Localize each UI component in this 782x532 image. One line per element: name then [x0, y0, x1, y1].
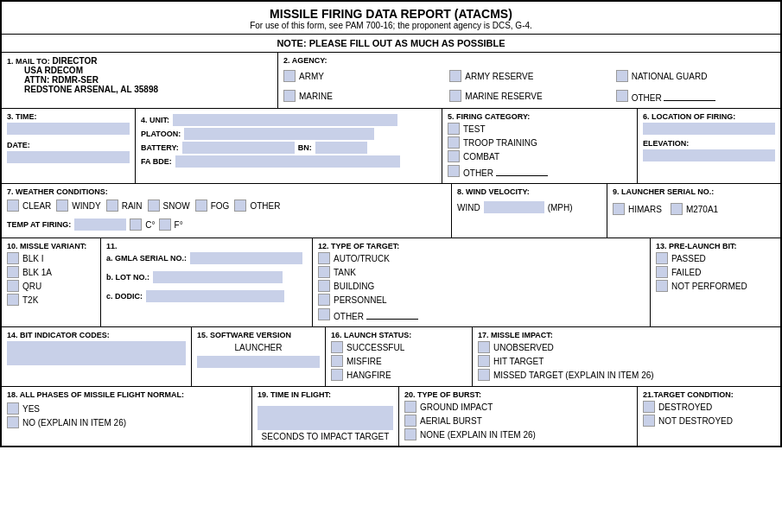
checkbox-himars[interactable]: [613, 203, 625, 215]
personnel-label: PERSONNEL: [334, 295, 387, 305]
date-input[interactable]: [7, 151, 130, 163]
checkbox-blk1a[interactable]: [7, 266, 19, 278]
agency-army-reserve: ARMY RESERVE: [449, 70, 608, 82]
checkbox-misfire[interactable]: [331, 355, 343, 367]
wind-input[interactable]: [484, 201, 544, 213]
checkbox-hit-target[interactable]: [478, 355, 490, 367]
checkbox-successful[interactable]: [331, 341, 343, 353]
row-time-unit: 3. TIME: DATE: 4. UNIT: PLATOON: BATTERY…: [2, 109, 780, 184]
section14-label: 14. BIT INDICATOR CODES:: [7, 331, 186, 339]
checkbox-m270a1[interactable]: [671, 203, 683, 215]
checkbox-marine[interactable]: [283, 90, 296, 102]
checkbox-combat[interactable]: [448, 150, 460, 162]
checkbox-fahrenheit[interactable]: [159, 218, 171, 231]
burst-ground: GROUND IMPACT: [404, 401, 632, 413]
note-text: NOTE: PLEASE FILL OUT AS MUCH AS POSSIBL…: [277, 38, 505, 48]
weather-fog: FOG: [195, 200, 230, 212]
section16-label: 16. LAUNCH STATUS:: [331, 331, 467, 339]
weather-windy-label: WINDY: [72, 201, 100, 211]
section-bit: 14. BIT INDICATOR CODES:: [2, 327, 192, 386]
checkbox-failed[interactable]: [656, 266, 668, 278]
checkbox-celsius[interactable]: [130, 218, 142, 231]
checkbox-hangfire[interactable]: [331, 369, 343, 381]
checkbox-blk1[interactable]: [7, 252, 19, 264]
gmla-input[interactable]: [190, 252, 302, 264]
checkbox-marine-reserve[interactable]: [449, 90, 461, 102]
section12-label: 12. TYPE OF TARGET:: [318, 242, 645, 250]
section-category: 5. FIRING CATEGORY: TEST TROOP TRAINING …: [442, 109, 638, 183]
agency-marine-label: MARINE: [299, 92, 333, 101]
time-input[interactable]: [7, 123, 130, 135]
building-label: BUILDING: [334, 282, 374, 291]
software-input[interactable]: [197, 356, 320, 368]
checkbox-not-performed[interactable]: [656, 280, 668, 292]
agency-marine-reserve: MARINE RESERVE: [449, 89, 608, 103]
battery-input[interactable]: [182, 142, 295, 154]
checkbox-snow[interactable]: [148, 200, 160, 212]
form-wrapper: MISSILE FIRING DATA REPORT (ATACMS) For …: [0, 0, 782, 447]
cat-test: TEST: [448, 123, 632, 135]
checkbox-troop[interactable]: [448, 136, 460, 149]
dodic-input[interactable]: [146, 290, 284, 302]
section1-label: 1. MAIL TO:: [7, 57, 50, 66]
section-software: 15. SOFTWARE VERSION LAUNCHER: [192, 327, 326, 386]
unit-input[interactable]: [173, 114, 397, 126]
checkbox-none-burst[interactable]: [404, 428, 416, 440]
checkbox-national-guard[interactable]: [616, 70, 628, 82]
checkbox-no[interactable]: [7, 416, 19, 428]
checkbox-yes[interactable]: [7, 402, 19, 415]
checkbox-clear[interactable]: [7, 200, 19, 212]
checkbox-unobserved[interactable]: [478, 341, 490, 353]
bit-input[interactable]: [7, 341, 186, 365]
elevation-input[interactable]: [643, 149, 775, 162]
checkbox-qru[interactable]: [7, 280, 19, 292]
checkbox-t2k[interactable]: [7, 294, 19, 306]
section-agency: 2. AGENCY: ARMY ARMY RESERVE NATIONAL GU…: [278, 53, 780, 108]
checkbox-fog[interactable]: [195, 200, 207, 212]
checkbox-rain[interactable]: [106, 200, 118, 212]
checkbox-personnel[interactable]: [318, 294, 330, 306]
checkbox-cat-other[interactable]: [448, 165, 460, 177]
lot-input[interactable]: [153, 271, 283, 283]
checkbox-ground-impact[interactable]: [404, 401, 416, 413]
checkbox-windy[interactable]: [56, 200, 68, 212]
checkbox-army-reserve[interactable]: [449, 70, 461, 82]
checkbox-target-other[interactable]: [318, 308, 330, 320]
time-flight-input[interactable]: [257, 406, 393, 430]
bn-input[interactable]: [315, 142, 367, 154]
temp-input[interactable]: [74, 218, 126, 231]
gmla-label: a. GMLA SERIAL NO.:: [106, 254, 187, 263]
blk1a-label: BLK 1A: [22, 268, 52, 277]
section21-label: 21.TARGET CONDITION:: [643, 390, 775, 399]
checkbox-test[interactable]: [448, 123, 460, 135]
checkbox-destroyed[interactable]: [643, 401, 655, 413]
cat-other-field[interactable]: [496, 164, 548, 176]
missile-blk1: BLK I: [7, 252, 95, 264]
checkbox-army[interactable]: [283, 70, 296, 82]
section-missile: 10. MISSLE VARIANT: BLK I BLK 1A QRU T2K: [2, 238, 101, 326]
target-auto: AUTO/TRUCK: [318, 252, 645, 264]
auto-label: AUTO/TRUCK: [334, 254, 390, 263]
checkbox-passed[interactable]: [656, 252, 668, 264]
fabde-input[interactable]: [175, 155, 400, 168]
platoon-input[interactable]: [184, 128, 374, 140]
checkbox-not-destroyed[interactable]: [643, 415, 655, 427]
location-input[interactable]: [643, 123, 775, 135]
section-flight: 18. ALL PHASES OF MISSILE FLIGHT NORMAL:…: [2, 387, 252, 446]
checkbox-auto[interactable]: [318, 252, 330, 264]
section-mail: 1. MAIL TO: DIRECTOR USA RDECOM ATTN: RD…: [2, 53, 278, 108]
checkbox-tank[interactable]: [318, 266, 330, 278]
agency-marine: MARINE: [283, 89, 442, 103]
checkbox-other-agency[interactable]: [616, 90, 628, 102]
form-subtitle: For use of this form, see PAM 700-16; th…: [5, 21, 777, 30]
checkbox-aerial-burst[interactable]: [404, 415, 416, 427]
launch-hangfire: HANGFIRE: [331, 369, 467, 381]
cat-troop: TROOP TRAINING: [448, 136, 632, 149]
target-other-field[interactable]: [366, 307, 418, 320]
section-11: 11. a. GMLA SERIAL NO.: b. LOT NO.: c. D…: [101, 238, 313, 326]
checkbox-missed-target[interactable]: [478, 369, 490, 381]
other-agency-field[interactable]: [664, 89, 715, 101]
not-performed-label: NOT PERFORMED: [671, 282, 747, 291]
checkbox-weather-other[interactable]: [234, 200, 246, 212]
checkbox-building[interactable]: [318, 280, 330, 292]
